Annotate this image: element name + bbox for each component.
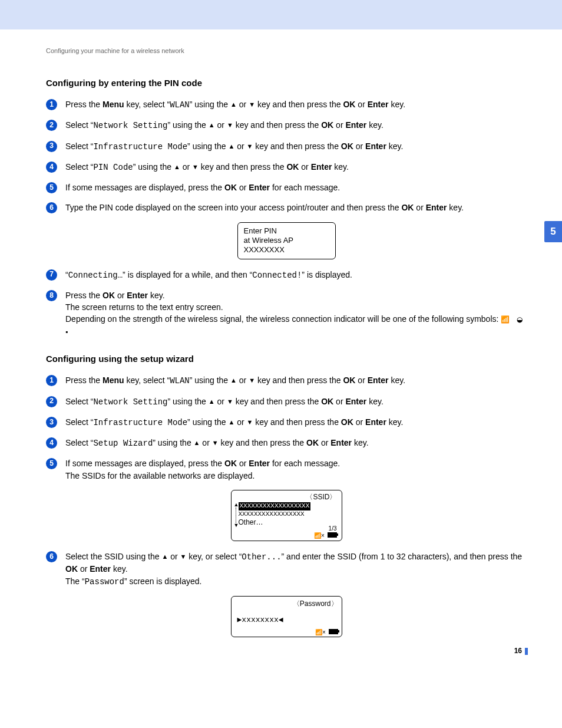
lcd-enter-pin: Enter PIN at Wireless AP XXXXXXXX (46, 222, 527, 259)
step-number-icon: 7 (46, 269, 57, 281)
step-number-icon: 5 (46, 458, 57, 469)
header-band (0, 0, 562, 29)
step-number-icon: 5 (46, 182, 57, 193)
step-b3: 3 Select “Infrastructure Mode” using the… (46, 416, 527, 429)
lcd-ssid-list: ▲▼ 〈SSID〉 XXXXXXXXXXXXXXXXXX XXXXXXXXXXX… (46, 490, 527, 541)
step-number-icon: 4 (46, 162, 57, 173)
wifi-off-icon: 📶× (314, 532, 325, 539)
step-number-icon: 4 (46, 437, 57, 449)
step-number-icon: 3 (46, 417, 57, 428)
step-b2: 2 Select “Network Setting” using the ▲ o… (46, 396, 527, 408)
step-b5: 5 If some messages are displayed, press … (46, 457, 527, 482)
step-a8: 8 Press the OK or Enter key. The screen … (46, 289, 527, 337)
step-a3: 3 Select “Infrastructure Mode” using the… (46, 140, 527, 153)
step-number-icon: 2 (46, 120, 57, 131)
step-a6: 6 Type the PIN code displayed on the scr… (46, 202, 527, 213)
step-a5: 5 If some messages are displayed, press … (46, 182, 527, 193)
step-a7: 7 “Connecting…” is displayed for a while… (46, 269, 527, 281)
step-number-icon: 3 (46, 141, 57, 152)
breadcrumb: Configuring your machine for a wireless … (46, 47, 527, 54)
step-b4: 4 Select “Setup Wizard” using the ▲ or ▼… (46, 437, 527, 449)
step-number-icon: 6 (46, 551, 57, 562)
step-b1: 1 Press the Menu key, select “WLAN” usin… (46, 374, 527, 387)
step-a2: 2 Select “Network Setting” using the ▲ o… (46, 119, 527, 131)
step-number-icon: 1 (46, 99, 57, 110)
step-number-icon: 2 (46, 396, 57, 407)
step-number-icon: 1 (46, 375, 57, 386)
battery-icon (328, 532, 337, 538)
chapter-tab: 5 (544, 221, 562, 242)
scroll-arrows-icon: ▲▼ (234, 502, 239, 528)
page-content: Configuring your machine for a wireless … (0, 29, 562, 658)
step-number-icon: 8 (46, 290, 57, 301)
step-a4: 4 Select “PIN Code” using the ▲ or ▼ key… (46, 161, 527, 173)
step-number-icon: 6 (46, 202, 57, 213)
section-title-wizard: Configuring using the setup wizard (46, 354, 527, 364)
step-b6: 6 Select the SSID using the ▲ or ▼ key, … (46, 551, 527, 588)
lcd-password: 〈Password〉 ▶xxxxxxxx◀ 📶× (46, 596, 527, 637)
step-a1: 1 Press the Menu key, select “WLAN” usin… (46, 98, 527, 111)
section-title-pin: Configuring by entering the PIN code (46, 78, 527, 88)
battery-icon (329, 629, 338, 634)
page-number: 16 (514, 647, 522, 655)
wifi-off-icon: 📶× (315, 629, 326, 635)
